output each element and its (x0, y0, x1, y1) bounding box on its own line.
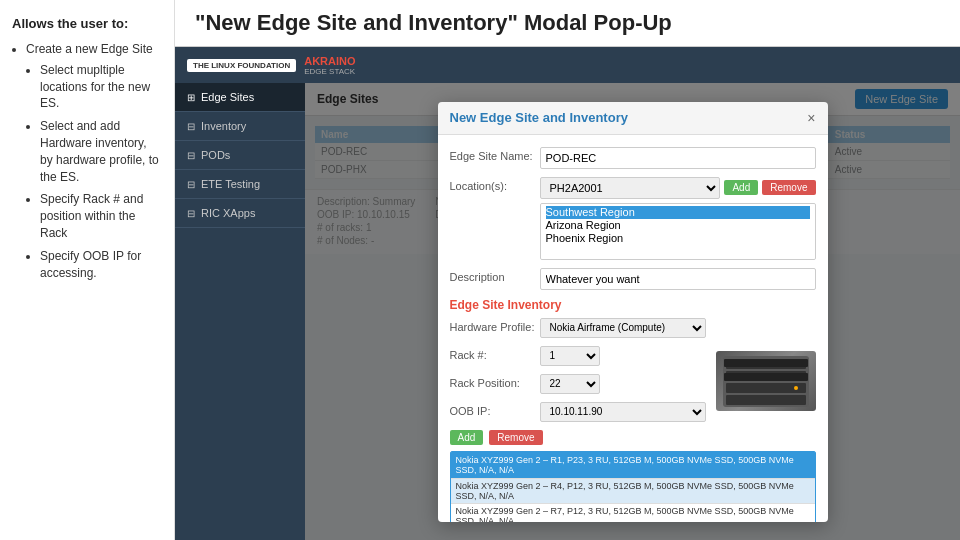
svg-rect-4 (726, 395, 806, 405)
sidebar: ⊞ Edge Sites ⊟ Inventory ⊟ PODs ⊟ ETE Te… (175, 83, 305, 540)
app-topbar: THE LINUX FOUNDATION AKRAINO EDGE STACK (175, 47, 960, 83)
hw-profile-select[interactable]: Nokia Airframe (Compute) (540, 318, 706, 338)
note-sub-1: Select mupltiple locations for the new E… (40, 62, 162, 112)
oob-ip-control: 10.10.11.90 (540, 402, 706, 422)
sidebar-label-ete: ETE Testing (201, 178, 260, 190)
new-edge-site-modal: New Edge Site and Inventory × Edge Site … (438, 102, 828, 522)
inventory-table-wrap: Nokia XYZ999 Gen 2 – R1, P23, 3 RU, 512G… (450, 451, 816, 522)
akraino-brand: AKRAINO (304, 55, 355, 67)
inventory-form-area: Hardware Profile: Nokia Airframe (Comput… (450, 318, 816, 445)
inv-action-buttons: Add Remove (450, 430, 706, 445)
modal-title: New Edge Site and Inventory (450, 110, 628, 125)
sidebar-item-ric[interactable]: ⊟ RIC XApps (175, 199, 305, 228)
notes-heading: Allows the user to: (12, 16, 162, 31)
pods-icon: ⊟ (187, 150, 195, 161)
note-sub-2: Select and add Hardware inventory, by ha… (40, 118, 162, 185)
modal-header: New Edge Site and Inventory × (438, 102, 828, 135)
rack-position-control: 22 (540, 374, 706, 394)
sidebar-label-inventory: Inventory (201, 120, 246, 132)
notes-list: Create a new Edge Site Select mupltiple … (12, 41, 162, 281)
description-control (540, 268, 816, 290)
modal-overlay: New Edge Site and Inventory × Edge Site … (305, 83, 960, 540)
description-row: Description (450, 268, 816, 290)
sidebar-label-ric: RIC XApps (201, 207, 255, 219)
inventory-remove-button[interactable]: Remove (489, 430, 542, 445)
sidebar-item-edge-sites[interactable]: ⊞ Edge Sites (175, 83, 305, 112)
inventory-table: Nokia XYZ999 Gen 2 – R1, P23, 3 RU, 512G… (451, 452, 815, 522)
app-layout: ⊞ Edge Sites ⊟ Inventory ⊟ PODs ⊟ ETE Te… (175, 83, 960, 540)
svg-point-7 (794, 386, 798, 390)
svg-rect-1 (726, 359, 806, 369)
server-image-area (716, 318, 816, 445)
ric-icon: ⊟ (187, 208, 195, 219)
inventory-section-title: Edge Site Inventory (450, 298, 816, 312)
oob-ip-row: OOB IP: 10.10.11.90 (450, 402, 706, 422)
location-select[interactable]: PH2A2001 (540, 177, 721, 199)
oob-ip-label: OOB IP: (450, 402, 540, 417)
inventory-table-scroll[interactable]: Nokia XYZ999 Gen 2 – R1, P23, 3 RU, 512G… (451, 452, 815, 522)
inv-row-1: Nokia XYZ999 Gen 2 – R4, P12, 3 RU, 512G… (451, 478, 815, 503)
app-frame: THE LINUX FOUNDATION AKRAINO EDGE STACK … (175, 47, 960, 540)
rack-row: Rack #: 1 (450, 346, 706, 366)
location-list-select[interactable]: Southwest Region Arizona Region Phoenix … (541, 204, 815, 259)
sidebar-item-inventory[interactable]: ⊟ Inventory (175, 112, 305, 141)
locations-row: Location(s): PH2A2001 Add Remove (450, 177, 816, 260)
modal-body: Edge Site Name: Location(s): (438, 135, 828, 522)
svg-point-6 (794, 374, 798, 378)
inv-row-header: Nokia XYZ999 Gen 2 – R1, P23, 3 RU, 512G… (451, 452, 815, 479)
rack-label: Rack #: (450, 346, 540, 361)
edge-site-name-label: Edge Site Name: (450, 147, 540, 162)
edge-sites-icon: ⊞ (187, 92, 195, 103)
ete-icon: ⊟ (187, 179, 195, 190)
akraino-sub: EDGE STACK (304, 67, 355, 76)
location-input-group: PH2A2001 Add Remove (540, 177, 816, 199)
slide-title: "New Edge Site and Inventory" Modal Pop-… (175, 0, 960, 47)
sidebar-item-pods[interactable]: ⊟ PODs (175, 141, 305, 170)
inventory-add-button[interactable]: Add (450, 430, 484, 445)
inventory-icon: ⊟ (187, 121, 195, 132)
sidebar-label-pods: PODs (201, 149, 230, 161)
brand-area: AKRAINO EDGE STACK (304, 55, 355, 76)
lf-logo: THE LINUX FOUNDATION (187, 59, 296, 72)
sidebar-label-edge-sites: Edge Sites (201, 91, 254, 103)
sidebar-item-ete[interactable]: ⊟ ETE Testing (175, 170, 305, 199)
rack-position-label: Rack Position: (450, 374, 540, 389)
server-image (716, 351, 816, 411)
notes-panel: Allows the user to: Create a new Edge Si… (0, 0, 175, 540)
oob-ip-select[interactable]: 10.10.11.90 (540, 402, 706, 422)
inv-row-2: Nokia XYZ999 Gen 2 – R7, P12, 3 RU, 512G… (451, 503, 815, 522)
svg-point-5 (794, 362, 798, 366)
location-add-button[interactable]: Add (724, 180, 758, 195)
location-remove-button[interactable]: Remove (762, 180, 815, 195)
description-label: Description (450, 268, 540, 283)
rack-control: 1 (540, 346, 706, 366)
svg-rect-2 (726, 371, 806, 381)
note-item-1: Create a new Edge Site Select mupltiple … (26, 41, 162, 281)
note-sub-4: Specify OOB IP for accessing. (40, 248, 162, 282)
locations-label: Location(s): (450, 177, 540, 192)
rack-position-row: Rack Position: 22 (450, 374, 706, 394)
edge-site-name-control (540, 147, 816, 169)
locations-control: PH2A2001 Add Remove Southwest Region (540, 177, 816, 260)
rack-select[interactable]: 1 (540, 346, 600, 366)
hw-profile-control: Nokia Airframe (Compute) (540, 318, 706, 338)
main-area: "New Edge Site and Inventory" Modal Pop-… (175, 0, 960, 540)
inventory-fields: Hardware Profile: Nokia Airframe (Comput… (450, 318, 706, 445)
location-list: Southwest Region Arizona Region Phoenix … (540, 203, 816, 260)
edge-site-name-input[interactable] (540, 147, 816, 169)
server-svg (721, 354, 811, 409)
hw-profile-row: Hardware Profile: Nokia Airframe (Comput… (450, 318, 706, 338)
hw-profile-label: Hardware Profile: (450, 318, 540, 333)
modal-close-button[interactable]: × (807, 110, 815, 126)
note-sub-3: Specify Rack # and position within the R… (40, 191, 162, 241)
edge-site-name-row: Edge Site Name: (450, 147, 816, 169)
description-input[interactable] (540, 268, 816, 290)
content-area: Edge Sites New Edge Site Name Locations … (305, 83, 960, 540)
rack-position-select[interactable]: 22 (540, 374, 600, 394)
